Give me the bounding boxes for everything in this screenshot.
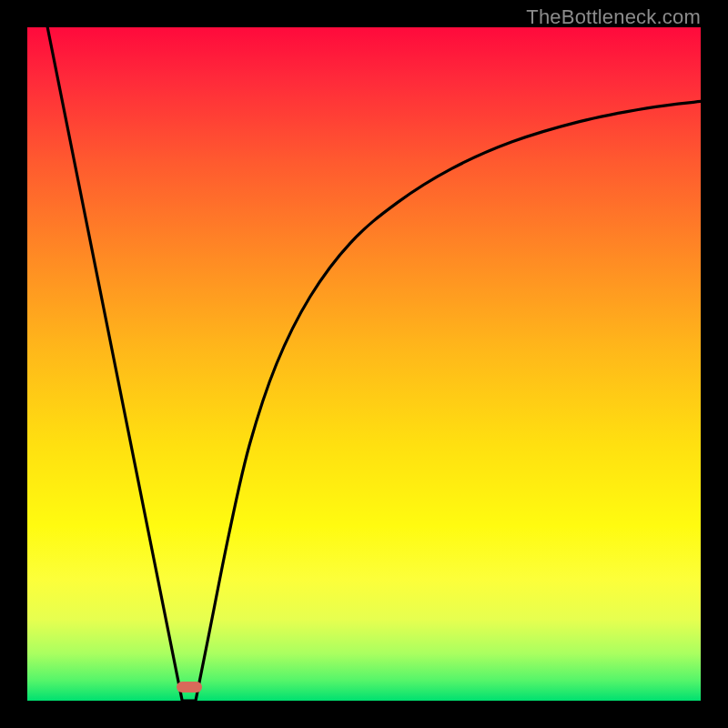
chart-frame: TheBottleneck.com bbox=[0, 0, 728, 728]
attribution-text: TheBottleneck.com bbox=[526, 5, 701, 29]
marker-pill bbox=[177, 682, 202, 693]
curve-path bbox=[47, 27, 701, 701]
plot-area bbox=[27, 27, 701, 701]
bottleneck-curve bbox=[27, 27, 701, 701]
